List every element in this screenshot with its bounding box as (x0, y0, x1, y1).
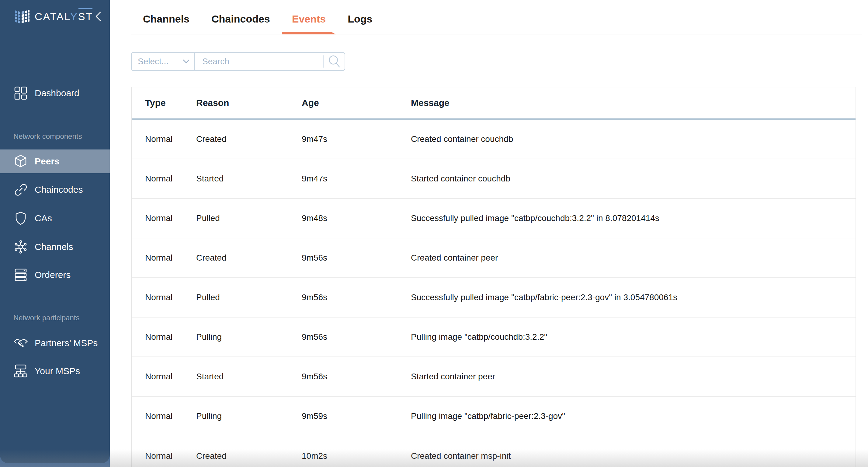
cell-reason: Pulling (196, 411, 302, 421)
sidebar: CATALYST Dashboard Network c (0, 0, 110, 467)
cell-type: Normal (145, 372, 196, 381)
filter-select-placeholder: Select... (138, 57, 168, 66)
column-header-reason: Reason (196, 98, 302, 108)
search-button[interactable] (324, 53, 345, 70)
sidebar-item-cas[interactable]: CAs (0, 206, 110, 230)
chain-link-icon (13, 183, 28, 197)
tab-channels[interactable]: Channels (133, 4, 199, 34)
filter-bar: Select... (131, 52, 345, 71)
cube-icon (13, 154, 28, 169)
logo-wordmark: CATALYST (35, 11, 93, 23)
server-stack-icon (13, 268, 28, 282)
column-header-message: Message (411, 98, 856, 108)
cell-message: Successfully pulled image "catbp/fabric-… (411, 293, 856, 302)
cell-message: Created container peer (411, 253, 856, 263)
table-row: Normal Started 9m56s Started container p… (132, 357, 856, 397)
cell-age: 9m47s (302, 134, 411, 144)
cell-message: Created container msp-init (411, 451, 856, 461)
cell-type: Normal (145, 411, 196, 421)
cell-message: Created container couchdb (411, 134, 856, 144)
cell-message: Pulling image "catbp/couchdb:3.2.2" (411, 332, 856, 342)
sidebar-item-dashboard[interactable]: Dashboard (0, 81, 110, 105)
sidebar-item-orderers[interactable]: Orderers (0, 263, 110, 287)
table-row: Normal Pulling 9m59s Pulling image "catb… (132, 397, 856, 436)
cell-type: Normal (145, 213, 196, 223)
tabs-bar: Channels Chaincodes Events Logs (110, 0, 868, 34)
sidebar-item-partners-msps[interactable]: Partners’ MSPs (0, 331, 110, 355)
sidebar-item-label: Chaincodes (35, 184, 83, 195)
cell-type: Normal (145, 134, 196, 144)
sidebar-item-label: Orderers (35, 270, 70, 280)
cell-type: Normal (145, 174, 196, 183)
cell-reason: Started (196, 372, 302, 381)
table-row: Normal Created 10m2s Created container m… (132, 436, 856, 467)
sidebar-collapse-button[interactable] (95, 10, 102, 23)
tab-logs[interactable]: Logs (338, 4, 382, 34)
cell-age: 9m56s (302, 253, 411, 263)
dashboard-icon (13, 86, 28, 100)
search-input[interactable] (195, 53, 323, 70)
network-hub-icon (13, 240, 28, 254)
cell-age: 9m56s (302, 332, 411, 342)
table-row: Normal Created 9m47s Created container c… (132, 120, 856, 159)
cell-age: 9m48s (302, 213, 411, 223)
chevron-down-icon (183, 59, 189, 64)
cell-age: 9m56s (302, 293, 411, 302)
cell-message: Successfully pulled image "catbp/couchdb… (411, 213, 856, 223)
cell-type: Normal (145, 332, 196, 342)
table-row: Normal Pulled 9m56s Successfully pulled … (132, 278, 856, 318)
search-icon (327, 54, 341, 69)
cell-reason: Pulled (196, 213, 302, 223)
cell-reason: Created (196, 134, 302, 144)
sidebar-section-network-participants: Network participants (13, 314, 80, 322)
column-header-age: Age (302, 98, 411, 108)
sidebar-panel: CATALYST Dashboard Network c (0, 0, 110, 463)
sidebar-item-label: Partners’ MSPs (35, 338, 98, 348)
sidebar-item-label: Your MSPs (35, 366, 80, 376)
table-row: Normal Created 9m56s Created container p… (132, 238, 856, 278)
column-header-type: Type (145, 98, 196, 108)
sidebar-item-channels[interactable]: Channels (0, 235, 110, 259)
sidebar-item-label: Peers (35, 156, 60, 167)
org-chart-icon (13, 364, 28, 378)
table-row: Normal Pulled 9m48s Successfully pulled … (132, 199, 856, 238)
events-table: Type Reason Age Message Normal Created 9… (131, 87, 856, 467)
catalyst-cube-logo-icon (13, 8, 30, 25)
app-root: CATALYST Dashboard Network c (0, 0, 868, 467)
cell-message: Pulling image "catbp/fabric-peer:2.3-gov… (411, 411, 856, 421)
sidebar-item-peers[interactable]: Peers (0, 149, 110, 173)
cell-age: 9m47s (302, 174, 411, 183)
shield-icon (13, 211, 28, 226)
cell-reason: Pulled (196, 293, 302, 302)
sidebar-section-network-components: Network components (13, 132, 82, 141)
handshake-icon (13, 337, 28, 349)
table-header-row: Type Reason Age Message (132, 87, 856, 120)
cell-age: 10m2s (302, 451, 411, 461)
cell-age: 9m59s (302, 411, 411, 421)
table-row: Normal Started 9m47s Started container c… (132, 159, 856, 199)
cell-message: Started container couchdb (411, 174, 856, 183)
cell-type: Normal (145, 253, 196, 263)
filter-select-dropdown[interactable]: Select... (132, 53, 195, 70)
cell-reason: Pulling (196, 332, 302, 342)
cell-type: Normal (145, 451, 196, 461)
sidebar-item-label: Dashboard (35, 88, 80, 98)
tab-events[interactable]: Events (282, 4, 336, 34)
cell-reason: Created (196, 451, 302, 461)
tab-chaincodes[interactable]: Chaincodes (202, 4, 280, 34)
sidebar-item-your-msps[interactable]: Your MSPs (0, 359, 110, 383)
cell-type: Normal (145, 293, 196, 302)
sidebar-item-label: CAs (35, 213, 52, 224)
cell-reason: Created (196, 253, 302, 263)
cell-message: Started container peer (411, 372, 856, 381)
table-row: Normal Pulling 9m56s Pulling image "catb… (132, 318, 856, 357)
cell-age: 9m56s (302, 372, 411, 381)
sidebar-item-label: Channels (35, 242, 73, 252)
logo: CATALYST (0, 7, 110, 26)
sidebar-item-chaincodes[interactable]: Chaincodes (0, 178, 110, 202)
chevron-left-icon (95, 10, 102, 23)
cell-reason: Started (196, 174, 302, 183)
